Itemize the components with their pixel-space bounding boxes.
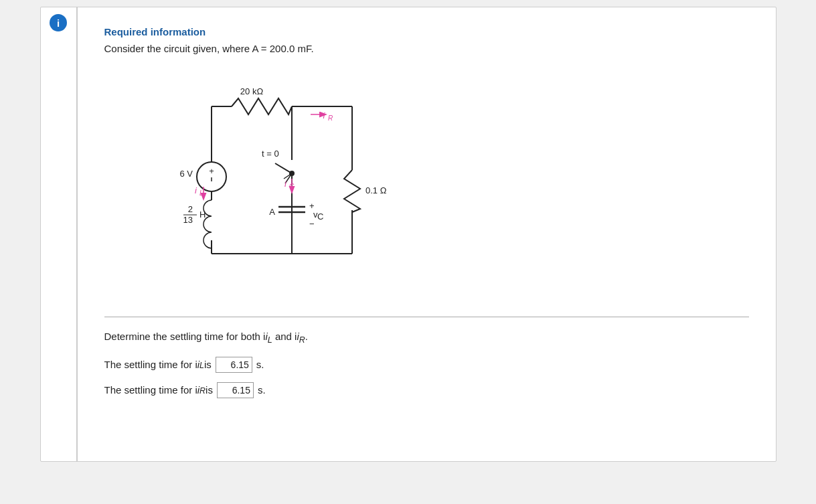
vc-sub-label: C [317, 212, 323, 222]
voltage-source-label: 6 V [179, 169, 193, 179]
question-ir-sub: R [299, 335, 305, 345]
answer-il-unit: s. [256, 359, 264, 370]
question-prefix: Determine the settling time for both i [104, 331, 266, 342]
resistor-top-label: 20 kΩ [240, 86, 263, 96]
question-and: and i [272, 331, 297, 342]
answer-il-input[interactable] [216, 357, 252, 373]
svg-text:+: + [209, 166, 214, 176]
answer-il-subscript: L [199, 361, 204, 370]
left-sidebar: i [41, 7, 78, 461]
question-il-sub: L [268, 335, 272, 345]
required-info-label: Required information [104, 26, 749, 37]
answer-il-suffix: is [204, 359, 212, 370]
problem-statement: Consider the circuit given, where A = 20… [104, 43, 749, 54]
svg-text:H: H [199, 209, 206, 220]
divider [104, 317, 749, 317]
question-period: . [305, 331, 308, 342]
answer-ir-prefix: The settling time for i [104, 384, 197, 396]
answer-ir-suffix: is [206, 384, 213, 396]
answer-il-prefix: The settling time for i [104, 359, 197, 370]
svg-line-8 [275, 163, 292, 173]
minus-label: − [309, 219, 315, 229]
answer-ir-input[interactable] [217, 382, 254, 398]
main-content: Required information Consider the circui… [78, 7, 776, 461]
answer-ir-unit: s. [258, 384, 266, 396]
answer-ir-subscript: R [199, 386, 206, 396]
circuit-diagram-area: 20 kΩ + 6 V [145, 66, 749, 294]
capacitor-label: A [269, 207, 275, 217]
answer-row-ir: The settling time for iiR is s. [104, 382, 749, 398]
circuit-svg-container: 20 kΩ + 6 V [145, 66, 426, 294]
ir-sub-label: R [328, 114, 333, 122]
right-resistor-label: 0.1 Ω [365, 185, 387, 195]
ir-label: i [323, 110, 325, 120]
il-sub-label: L [199, 189, 203, 197]
inductor-label: 2 [187, 204, 192, 214]
svg-text:13: 13 [183, 215, 192, 225]
info-icon[interactable]: i [50, 14, 67, 31]
answer-row-il: The settling time for iiL is s. [104, 357, 749, 373]
switch-label: t = 0 [262, 149, 279, 159]
question-text: Determine the settling time for both iiL… [104, 331, 749, 345]
page-container: i Required information Consider the circ… [0, 0, 816, 504]
content-card: i Required information Consider the circ… [40, 7, 777, 462]
circuit-svg: 20 kΩ + 6 V [145, 66, 426, 294]
il-label: i [195, 185, 197, 195]
